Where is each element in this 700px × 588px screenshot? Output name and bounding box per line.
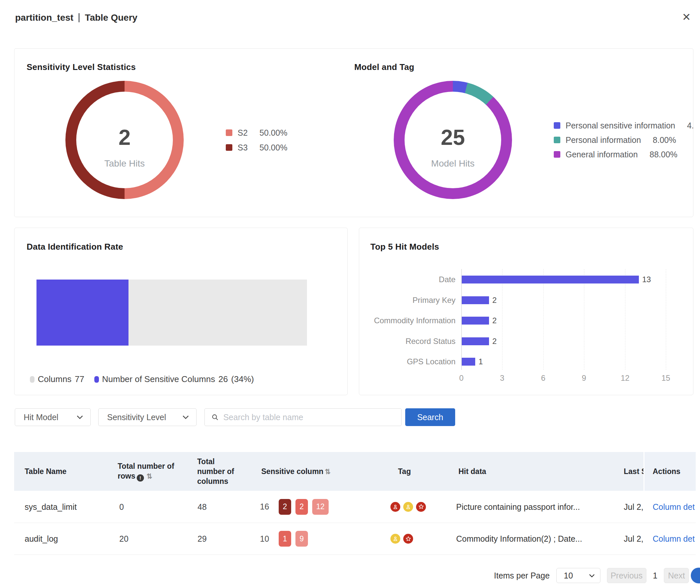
page-title-primary: partition_test (15, 12, 73, 23)
legend-value-s2: 50.00% (260, 128, 287, 138)
page-size-select[interactable]: 10 (556, 568, 600, 583)
identification-legend: Columns 77 Number of Sensitive Columns 2… (30, 374, 254, 384)
bar-label-date: Date (359, 275, 456, 284)
cell-tags (391, 502, 426, 512)
info-icon[interactable]: ! (137, 474, 144, 482)
x-tick-0: 0 (459, 373, 463, 383)
hit-model-dropdown-label: Hit Model (24, 413, 58, 422)
legend-label-sensitive-columns: Number of Sensitive Columns (102, 374, 215, 384)
legend-value-s3: 50.00% (260, 143, 287, 152)
x-tick-15: 15 (662, 373, 670, 383)
table-row: audit_log 20 29 10 1 9 Commodity Informa… (14, 523, 696, 555)
legend-percent-sensitive-columns: (34%) (231, 374, 254, 384)
search-icon (211, 413, 218, 421)
close-icon[interactable]: ✕ (682, 12, 691, 22)
page-title: partition_test Table Query (15, 12, 137, 23)
column-detail-link[interactable]: Column det (653, 534, 695, 544)
page-size-value: 10 (564, 571, 573, 580)
identification-card-title: Data Identification Rate (27, 242, 123, 252)
star-icon (403, 534, 413, 544)
legend-dot-columns (30, 376, 34, 383)
model-hits-label: Model Hits (394, 158, 512, 169)
x-tick-9: 9 (582, 373, 586, 383)
cell-total-columns: 29 (197, 534, 207, 544)
identification-bar-fill (36, 280, 128, 346)
legend-label-s2: S2 (237, 128, 248, 138)
table-hits-label: Table Hits (65, 158, 184, 169)
col-header-tag: Tag (398, 466, 411, 476)
top5-card: Top 5 Hit Models Date 13 Primary Key 2 C… (359, 228, 693, 395)
table-header: Table Name Total number of rows!⇅ Total … (14, 452, 696, 491)
severity-badge-s2: 2 (295, 499, 308, 515)
bar-row-primary-key: Primary Key 2 (359, 295, 693, 305)
bar-commodity (462, 317, 489, 325)
legend-item-columns: Columns 77 (30, 374, 84, 384)
person-icon (391, 534, 400, 544)
identification-bar-track (36, 280, 307, 346)
cell-hit-data: Commodity Information(2) ; Date... (456, 534, 582, 544)
bar-value-gps: 1 (479, 357, 483, 366)
page-title-secondary: Table Query (85, 12, 137, 23)
x-tick-3: 3 (500, 373, 504, 383)
cell-total-rows: 0 (119, 502, 124, 511)
table-hits-value: 2 (65, 125, 184, 150)
sensitivity-card-title: Sensitivity Level Statistics (27, 62, 136, 72)
legend-item-personal-info: Personal information 8.00% (554, 135, 676, 145)
bar-label-commodity: Commodity Information (359, 316, 456, 325)
legend-swatch-personal-info (554, 137, 560, 143)
cell-actions: Column det (644, 491, 696, 523)
bar-value-date: 13 (642, 275, 651, 284)
search-box (204, 408, 402, 426)
sensitivity-level-dropdown[interactable]: Sensitivity Level (98, 408, 196, 426)
cell-sensitive-column: 10 1 9 (260, 531, 308, 547)
bar-value-commodity: 2 (492, 316, 497, 325)
sensitivity-level-dropdown-label: Sensitivity Level (107, 413, 166, 422)
legend-swatch-personal-sensitive (554, 122, 560, 129)
cell-actions: Column det (644, 523, 696, 554)
hit-model-dropdown[interactable]: Hit Model (15, 408, 91, 426)
legend-swatch-general-info (554, 151, 560, 158)
bar-gps (462, 358, 475, 366)
col-header-total-rows[interactable]: Total number of rows!⇅ (118, 461, 183, 482)
sensitive-count: 10 (260, 534, 274, 544)
x-tick-6: 6 (541, 373, 545, 383)
legend-item-general-info: General information 88.00% (554, 149, 677, 159)
cell-last-scan: Jul 2, (624, 534, 644, 544)
person-icon (391, 502, 400, 512)
col-header-total-columns: Total number of columns (197, 457, 240, 486)
identification-rate-card: Data Identification Rate Columns 77 Numb… (14, 228, 348, 395)
legend-item-sensitive-columns: Number of Sensitive Columns 26 (34%) (94, 374, 254, 384)
statistics-card: Sensitivity Level Statistics 2 Table Hit… (14, 48, 693, 217)
legend-dot-sensitive-columns (94, 376, 99, 383)
severity-badge-s1: 9 (295, 531, 308, 547)
model-hits-value: 25 (394, 125, 512, 150)
sort-icon[interactable]: ⇅ (325, 468, 330, 475)
col-header-sensitive-column[interactable]: Sensitive column⇅ (261, 466, 330, 477)
bar-date (462, 276, 639, 283)
search-button[interactable]: Search (405, 408, 455, 426)
bar-primary-key (462, 296, 489, 304)
legend-label-s3: S3 (237, 143, 248, 152)
column-detail-link[interactable]: Column det (653, 502, 695, 511)
severity-badge-s1: 12 (312, 499, 328, 515)
col-header-actions: Actions (653, 466, 680, 476)
cell-sensitive-column: 16 2 2 12 (260, 499, 328, 515)
next-page-button[interactable]: Next (664, 568, 689, 583)
legend-value-columns: 77 (75, 374, 84, 384)
chevron-down-icon (77, 415, 83, 419)
current-page-number[interactable]: 1 (653, 571, 658, 580)
cell-tags (391, 534, 413, 544)
floating-help-button[interactable] (691, 568, 700, 583)
search-input[interactable] (223, 413, 395, 422)
legend-swatch-s3 (226, 144, 232, 151)
bar-label-primary-key: Primary Key (359, 296, 456, 305)
sensitivity-donut-chart: 2 Table Hits (65, 81, 184, 199)
model-donut-chart: 25 Model Hits (394, 81, 512, 199)
bar-row-record-status: Record Status 2 (359, 336, 693, 346)
previous-page-button[interactable]: Previous (607, 568, 646, 583)
severity-badge-s3: 2 (279, 499, 291, 515)
cell-total-rows: 20 (119, 534, 128, 544)
sort-icon[interactable]: ⇅ (147, 472, 152, 480)
legend-value-general-info: 88.00% (650, 150, 678, 159)
x-tick-12: 12 (621, 373, 630, 383)
